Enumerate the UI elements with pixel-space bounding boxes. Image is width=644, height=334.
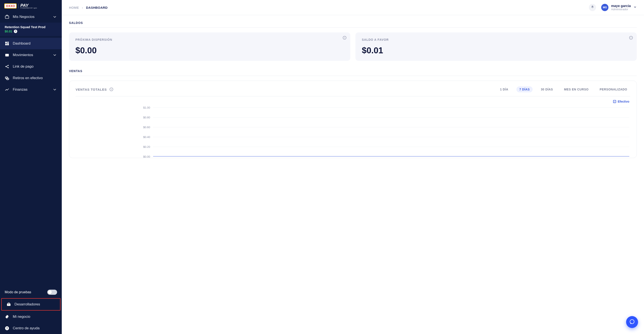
sidebar-item-mi-negocio[interactable]: Mi negocio [0, 311, 62, 322]
toolbox-icon [6, 302, 11, 307]
logo-pay-block: PAY POWERED BY spin [20, 3, 37, 9]
chat-fab[interactable] [626, 316, 638, 328]
svg-rect-12 [7, 303, 11, 306]
card-saldo-a-favor: SALDO A FAVOR $0.01 [356, 32, 637, 61]
range-tab-mes-en-curso[interactable]: MES EN CURSO [561, 86, 592, 92]
sidebar-item-label: Mi negocio [13, 314, 30, 319]
sidebar-item-dashboard[interactable]: Dashboard [0, 38, 62, 49]
y-tick: $0.60 [143, 126, 150, 129]
sidebar-item-desarrolladores[interactable]: Desarrolladores [2, 299, 60, 310]
sidebar-item-businesses[interactable]: Mis Negocios [0, 11, 62, 23]
dashboard-icon [5, 41, 9, 46]
sidebar-item-retiros[interactable]: Retiros en efectivo [0, 72, 62, 84]
sidebar-item-label: Movimientos [13, 53, 33, 57]
topbar: HOME › DASHBOARD MG maye garcia Administ… [62, 0, 644, 15]
sidebar-item-centro-de-ayuda[interactable]: ? Centro de ayuda [0, 322, 62, 334]
svg-rect-4 [5, 44, 7, 45]
gear-icon [5, 314, 9, 319]
range-tab-30dias[interactable]: 30 DÍAS [538, 86, 556, 92]
help-icon[interactable]: ? [14, 30, 17, 33]
y-tick: $1.00 [143, 106, 150, 109]
share-icon [5, 64, 9, 69]
range-tab-personalizado[interactable]: PERSONALIZADO [597, 86, 630, 92]
help-circle-icon: ? [5, 326, 9, 330]
saldos-cards: PRÓXIMA DISPERSIÓN $0.00 SALDO A FAVOR $… [69, 32, 637, 61]
chevron-down-icon [52, 53, 57, 57]
panel-title: VENTAS TOTALES [76, 87, 114, 92]
info-icon[interactable] [342, 35, 347, 40]
business-name: Retention Squad Test Prod [5, 25, 57, 29]
content: SALDOS PRÓXIMA DISPERSIÓN $0.00 SALDO A … [62, 15, 644, 164]
main: HOME › DASHBOARD MG maye garcia Administ… [62, 0, 644, 334]
business-summary: Retention Squad Test Prod $0.01 ? [0, 23, 62, 36]
svg-rect-2 [7, 42, 9, 43]
test-mode-label: Modo de pruebas [5, 290, 31, 294]
chevron-right-icon: › [82, 6, 83, 9]
wallet-icon [5, 53, 9, 57]
chart-legend: ✓ Efectivo [69, 96, 636, 103]
chevron-down-icon [633, 5, 637, 10]
bell-icon [590, 5, 594, 10]
sidebar-item-label: Finanzas [13, 87, 28, 92]
test-mode-toggle[interactable] [47, 290, 57, 295]
svg-point-24 [111, 89, 112, 89]
sidebar-item-label: Dashboard [13, 41, 30, 46]
svg-text:?: ? [6, 327, 8, 330]
sidebar-item-label: Centro de ayuda [13, 326, 40, 330]
user-name: maye garcia [611, 4, 631, 8]
svg-point-21 [631, 37, 631, 37]
ventas-panel: VENTAS TOTALES 1 DÍA 7 DÍAS 30 DÍAS MES … [69, 81, 637, 158]
user-role: Administrador [611, 8, 631, 11]
svg-point-18 [344, 37, 345, 37]
svg-rect-1 [5, 42, 7, 43]
legend-label-efectivo[interactable]: Efectivo [618, 100, 629, 103]
business-balance: $0.01 ? [5, 30, 57, 33]
sidebar-item-desarrolladores-highlight: Desarrolladores [1, 298, 60, 310]
info-icon[interactable] [109, 87, 114, 92]
sidebar-item-movimientos[interactable]: Movimientos [0, 49, 62, 61]
panel-head: VENTAS TOTALES 1 DÍA 7 DÍAS 30 DÍAS MES … [69, 81, 636, 95]
breadcrumb: HOME › DASHBOARD [69, 6, 108, 9]
ventas-chart: $1.00 $0.80 $0.60 $0.40 $0.20 $0.00 [76, 107, 629, 156]
sidebar-item-label: Retiros en efectivo [13, 76, 43, 80]
sidebar-item-finanzas[interactable]: Finanzas [0, 84, 62, 95]
topbar-right: MG maye garcia Administrador [589, 4, 637, 11]
y-tick: $0.40 [143, 135, 150, 139]
range-tab-1dia[interactable]: 1 DÍA [497, 86, 511, 92]
chevron-down-icon [52, 87, 57, 92]
sidebar-item-label: Mis Negocios [13, 15, 34, 19]
y-tick: $0.20 [143, 145, 150, 148]
card-proxima-dispersion: PRÓXIMA DISPERSIÓN $0.00 [69, 32, 350, 61]
svg-point-6 [8, 55, 8, 55]
avatar: MG [601, 4, 608, 11]
checkbox-icon[interactable]: ✓ [613, 100, 616, 103]
breadcrumb-home[interactable]: HOME [69, 6, 79, 9]
section-title-saldos: SALDOS [69, 21, 637, 28]
logo-subtitle: POWERED BY spin [20, 7, 37, 9]
trend-icon [5, 87, 9, 92]
card-value: $0.01 [362, 46, 630, 55]
chat-icon [629, 319, 635, 325]
user-menu[interactable]: MG maye garcia Administrador [601, 4, 637, 11]
notifications-button[interactable] [589, 4, 596, 11]
y-tick: $0.00 [143, 155, 150, 158]
sidebar-item-label: Desarrolladores [14, 302, 40, 306]
brand-logo: OXXO PAY POWERED BY spin [0, 0, 62, 11]
sidebar: OXXO PAY POWERED BY spin Mis Negocios Re… [0, 0, 62, 334]
user-text: maye garcia Administrador [611, 4, 631, 11]
logo-oxxo: OXXO [4, 4, 16, 9]
panel-title-text: VENTAS TOTALES [76, 88, 107, 91]
card-label: PRÓXIMA DISPERSIÓN [76, 38, 344, 41]
chevron-down-icon [52, 15, 57, 19]
range-tab-7dias[interactable]: 7 DÍAS [516, 86, 533, 92]
logo-divider [18, 4, 18, 8]
info-icon[interactable] [629, 35, 633, 40]
business-balance-value: $0.01 [5, 30, 12, 33]
test-mode-row: Modo de pruebas [0, 287, 62, 298]
coins-icon [5, 76, 9, 80]
briefcase-icon [5, 15, 9, 19]
chart-baseline [153, 156, 629, 156]
sidebar-item-link-de-pago[interactable]: Link de pago [0, 61, 62, 72]
sidebar-item-label: Link de pago [13, 64, 34, 69]
section-title-ventas: VENTAS [69, 69, 637, 76]
